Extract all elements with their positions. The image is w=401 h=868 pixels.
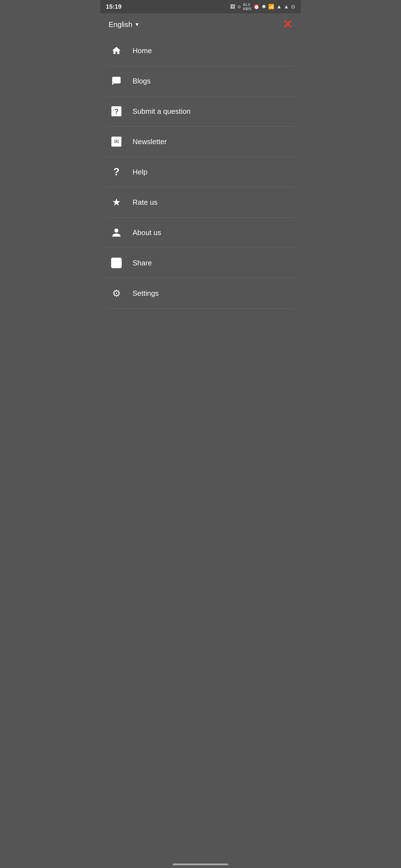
close-button[interactable]: ✕	[283, 19, 292, 30]
blogs-icon	[111, 76, 121, 86]
status-bar: 15:19 🖼 ⊙ 81.5KB/S ⏰ ✱ 📶 ▲ ▲ ⊙	[100, 0, 301, 13]
sidebar-item-about-us[interactable]: About us	[106, 218, 295, 248]
share-label: Share	[133, 259, 152, 267]
rate-us-label: Rate us	[133, 198, 157, 207]
home-label: Home	[133, 46, 152, 55]
about-us-icon	[111, 227, 121, 238]
home-icon	[111, 45, 121, 56]
language-label: English	[109, 20, 132, 29]
sidebar-item-newsletter[interactable]: ✉ Newsletter	[106, 127, 295, 157]
signal-icon2: ▲	[284, 4, 289, 10]
speed-indicator: 81.5KB/S	[243, 2, 252, 11]
header: English ▼ ✕	[100, 13, 301, 36]
status-icons: 🖼 ⊙ 81.5KB/S ⏰ ✱ 📶 ▲ ▲ ⊙	[230, 2, 295, 11]
status-time: 15:19	[106, 3, 121, 10]
rate-us-icon	[112, 196, 121, 208]
settings-label: Settings	[133, 289, 159, 298]
bluetooth-icon: ✱	[262, 4, 266, 10]
sidebar-item-blogs[interactable]: Blogs	[106, 66, 295, 96]
wifi-icon: 📶	[268, 4, 274, 10]
sidebar-item-submit-question[interactable]: ? Submit a question	[106, 96, 295, 127]
dot-icon: ⊙	[291, 4, 295, 10]
submit-question-icon: ?	[111, 106, 121, 116]
sidebar-item-settings[interactable]: Settings	[106, 278, 295, 309]
image-icon: 🖼	[230, 4, 235, 10]
chevron-down-icon: ▼	[135, 22, 140, 28]
newsletter-label: Newsletter	[133, 137, 167, 146]
record-indicator: ⊙	[237, 4, 241, 9]
language-selector[interactable]: English ▼	[109, 20, 140, 29]
about-us-label: About us	[133, 228, 161, 237]
newsletter-icon: ✉	[111, 136, 121, 147]
settings-icon	[112, 288, 121, 299]
submit-question-label: Submit a question	[133, 107, 191, 116]
sidebar-item-rate-us[interactable]: Rate us	[106, 187, 295, 218]
help-label: Help	[133, 168, 147, 176]
signal-icon1: ▲	[277, 4, 282, 10]
sidebar-item-share[interactable]: Share	[106, 248, 295, 278]
share-icon	[111, 258, 122, 268]
alarm-icon: ⏰	[253, 4, 260, 10]
blogs-label: Blogs	[133, 77, 151, 85]
help-icon	[113, 166, 119, 178]
menu-list: Home Blogs ? Submit a question ✉ Newslet…	[100, 36, 301, 309]
sidebar-item-help[interactable]: Help	[106, 157, 295, 187]
sidebar-item-home[interactable]: Home	[106, 36, 295, 66]
